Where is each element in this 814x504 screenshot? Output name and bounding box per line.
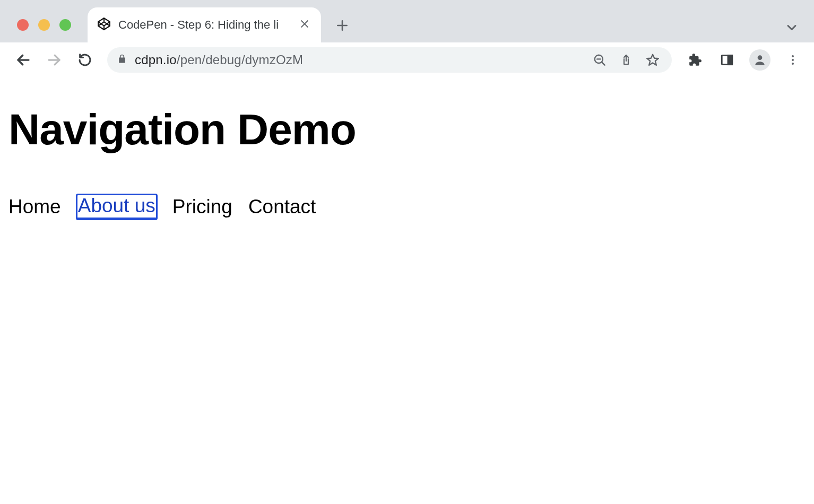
browser-chrome: CodePen - Step 6: Hiding the li cd: [0, 0, 814, 77]
window-controls: [17, 19, 71, 31]
back-button[interactable]: [12, 48, 35, 72]
url-path: /pen/debug/dymzOzM: [177, 53, 303, 67]
tab-strip: CodePen - Step 6: Hiding the li: [0, 0, 814, 42]
address-bar[interactable]: cdpn.io/pen/debug/dymzOzM: [107, 47, 672, 73]
forward-button[interactable]: [42, 48, 66, 72]
profile-avatar[interactable]: [749, 49, 770, 71]
nav-link-home[interactable]: Home: [8, 196, 61, 219]
svg-point-17: [792, 55, 794, 57]
tab-close-button[interactable]: [298, 19, 311, 31]
svg-point-19: [792, 63, 794, 65]
zoom-out-icon[interactable]: [590, 50, 609, 69]
nav-link-pricing[interactable]: Pricing: [172, 196, 232, 219]
window-minimize-button[interactable]: [38, 19, 50, 31]
share-icon[interactable]: [617, 50, 636, 69]
nav-link-about-us[interactable]: About us: [77, 195, 157, 219]
browser-toolbar: cdpn.io/pen/debug/dymzOzM: [0, 42, 814, 77]
page-title: Navigation Demo: [8, 107, 806, 152]
page-content: Navigation Demo Home About us Pricing Co…: [0, 77, 814, 219]
tab-title: CodePen - Step 6: Hiding the li: [118, 18, 290, 32]
kebab-menu-icon[interactable]: [783, 50, 802, 69]
bookmark-star-icon[interactable]: [643, 50, 662, 69]
extensions-icon[interactable]: [686, 50, 705, 69]
svg-point-16: [758, 55, 763, 60]
new-tab-button[interactable]: [332, 15, 353, 36]
reload-button[interactable]: [73, 48, 97, 72]
nav-link-contact[interactable]: Contact: [248, 196, 316, 219]
url-host: cdpn.io: [135, 53, 177, 67]
main-nav: Home About us Pricing Contact: [8, 195, 806, 219]
svg-marker-12: [647, 55, 659, 65]
toolbar-right: [682, 49, 802, 71]
url-text: cdpn.io/pen/debug/dymzOzM: [135, 53, 303, 67]
svg-point-18: [792, 59, 794, 61]
window-zoom-button[interactable]: [59, 19, 71, 31]
window-close-button[interactable]: [17, 19, 29, 31]
browser-tab[interactable]: CodePen - Step 6: Hiding the li: [88, 7, 321, 42]
side-panel-icon[interactable]: [717, 50, 737, 69]
lock-icon: [117, 54, 127, 66]
svg-line-10: [602, 62, 605, 65]
tab-list-button[interactable]: [784, 20, 799, 37]
svg-rect-15: [728, 55, 732, 64]
codepen-icon: [97, 17, 111, 33]
